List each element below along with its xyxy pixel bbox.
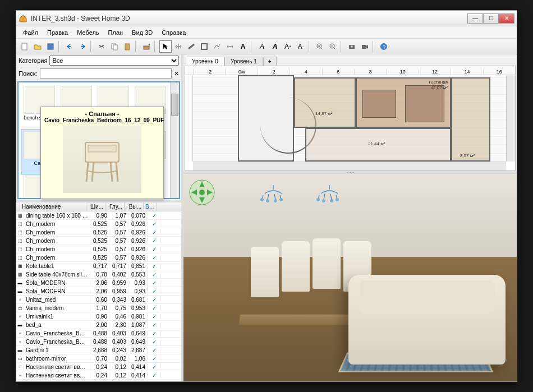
left-panel: Категория Все Поиск: ✕ bench slimli...Bl… [16,54,183,381]
furniture-list-header[interactable]: Наименование Ши... Глу... Вы... Види... [16,202,181,211]
category-row: Категория Все [16,54,181,67]
svg-rect-12 [362,45,366,49]
titlebar[interactable]: INTER_3.sh3d - Sweet Home 3D — ☐ ✕ [16,11,517,26]
furniture-rows[interactable]: ▦dining table 160 x 160 slim...0,901,070… [16,211,181,381]
app-icon [19,14,27,23]
table-row[interactable]: ▫Cavio_Francheska_Bedroo...0,4880,4030,6… [16,338,181,346]
table-row[interactable]: ▦Side table 40x78cm slimline0,780,4020,5… [16,270,181,279]
new-icon[interactable] [19,40,31,53]
zoom-in-icon[interactable] [314,40,326,53]
room-area-4: 21,44 м² [368,141,385,146]
text-italic-icon[interactable]: A [269,40,281,53]
svg-rect-7 [201,44,207,49]
save-icon[interactable] [44,40,57,53]
text-size-down-icon[interactable]: A- [295,40,307,53]
wall-icon[interactable] [185,40,197,53]
table-row[interactable]: ◦Настенная светит вверх0,240,120,414✓ [16,363,181,371]
svg-rect-0 [22,43,27,50]
tooltip-image [63,126,141,193]
table-row[interactable]: ▦Kofe table10,7170,7170,851✓ [16,262,181,270]
add-furniture-icon[interactable]: + [140,40,153,53]
svg-rect-1 [48,44,53,49]
search-clear-icon[interactable]: ✕ [174,70,179,77]
plan-tabs: Уровень 0 Уровень 1 + [183,54,517,66]
table-row[interactable]: ▫Unitaz_med0,600,3430,681✓ [16,296,181,304]
col-visible[interactable]: Види... [144,202,157,211]
plan-canvas[interactable]: 14,87 м² Гостиная 42,02 м² 8,57 м² 21,44… [193,75,506,162]
table-row[interactable]: ◦lamp060,200,200,414✓ [16,380,181,381]
view-3d[interactable] [183,174,517,381]
svg-point-24 [336,198,339,201]
menu-help[interactable]: Справка [157,27,190,38]
table-row[interactable]: ◦Настенная светит вверх0,240,120,414✓ [16,371,181,380]
table-row[interactable]: ▬Sofa_MODERN2,060,9590,93✓ [16,279,181,287]
svg-point-19 [274,199,277,202]
cut-icon[interactable]: ✂ [95,40,108,53]
redo-icon[interactable] [76,40,89,53]
photo-icon[interactable] [346,40,358,53]
table-row[interactable]: ▭bathroom-mirror0,700,021,06✓ [16,354,181,363]
room-area-3: 8,57 м² [460,153,475,158]
svg-point-17 [260,198,264,201]
svg-point-21 [316,198,320,201]
table-row[interactable]: ⬚Ch_modern0,5250,570,926✓ [16,253,181,262]
search-input[interactable] [40,68,172,79]
search-label: Поиск: [19,70,38,77]
svg-point-18 [266,199,269,202]
tab-add-level[interactable]: + [263,57,277,66]
col-name[interactable]: Наименование [20,202,86,211]
maximize-button[interactable]: ☐ [483,13,499,24]
scene-3d [183,174,517,381]
menu-view3d[interactable]: Вид 3D [127,27,157,38]
plan-scrollbar-h[interactable] [193,162,506,170]
table-row[interactable]: ▦dining table 160 x 160 slim...0,901,070… [16,211,181,220]
menu-edit[interactable]: Правка [43,27,72,38]
open-icon[interactable] [31,40,44,53]
col-depth[interactable]: Глу... [105,202,125,211]
menu-plan[interactable]: План [104,27,128,38]
polyline-icon[interactable] [211,40,223,53]
menu-file[interactable]: Файл [19,27,43,38]
close-button[interactable]: ✕ [499,13,514,24]
paste-icon[interactable] [121,40,134,53]
table-row[interactable]: ▫Umivalnik10,900,460,981✓ [16,312,181,321]
zoom-out-icon[interactable] [327,40,339,53]
svg-point-11 [351,45,353,48]
text-size-up-icon[interactable]: A+ [282,40,294,53]
col-height[interactable]: Вы... [125,202,144,211]
toolbar: ✂ + A A A A+ A- ? [16,39,517,54]
svg-rect-4 [125,44,130,50]
table-row[interactable]: ▭Vanna_modern1,700,750,953✓ [16,304,181,312]
copy-icon[interactable] [108,40,121,53]
tooltip-name: Cavio_Francheska_Bedroom_16_12_09_PUF [44,117,160,123]
table-row[interactable]: ⬚Ch_modern0,5250,570,926✓ [16,237,181,245]
table-row[interactable]: ⬚Ch_modern0,5250,570,926✓ [16,220,181,228]
catalog-scrollbar[interactable] [170,82,179,198]
tab-level-0[interactable]: Уровень 0 [186,57,224,66]
pan-icon[interactable] [172,40,185,53]
video-icon[interactable] [359,40,371,53]
catalog-tooltip: - Спальня - Cavio_Francheska_Bedroom_16_… [40,107,164,199]
table-row[interactable]: ⬚Ch_modern0,5250,570,926✓ [16,228,181,237]
select-icon[interactable] [159,40,172,53]
tab-level-1[interactable]: Уровень 1 [224,57,263,66]
table-row[interactable]: ▬bed_a2,002,301,087✓ [16,321,181,329]
table-row[interactable]: ⬚Ch_modern0,5250,570,926✓ [16,245,181,253]
svg-text:+: + [148,43,150,47]
minimize-button[interactable]: — [467,13,483,24]
category-select[interactable]: Все [49,56,179,66]
table-row[interactable]: ▬Gardini 12,6880,2432,687✓ [16,346,181,354]
col-width[interactable]: Ши... [86,202,105,211]
dimension-icon[interactable] [224,40,236,53]
undo-icon[interactable] [63,40,76,53]
help-icon[interactable]: ? [378,40,390,53]
plan-scrollbar-v[interactable] [506,75,515,162]
text-icon[interactable]: A [237,40,249,53]
table-row[interactable]: ▬Sofa_MODERN2,060,9590,93✓ [16,287,181,296]
table-row[interactable]: ▫Cavio_Francheska_Bedroo...0,4880,4030,6… [16,329,181,338]
room-icon[interactable] [198,40,210,53]
content-area: Категория Все Поиск: ✕ bench slimli...Bl… [16,54,517,381]
plan-view[interactable]: -20м246810121416 14,87 м² Гостиная 42,02… [185,66,516,171]
menu-furniture[interactable]: Мебель [72,27,103,38]
text-bold-icon[interactable]: A [256,40,268,53]
